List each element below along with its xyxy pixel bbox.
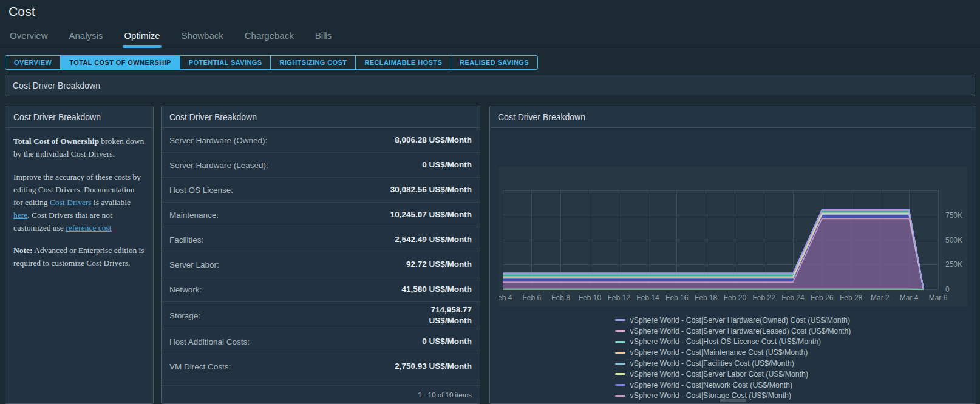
x-axis-tick-label: Feb 6 [522, 294, 541, 302]
cost-driver-label: Server Hardware (Owned): [169, 136, 267, 145]
cost-driver-label: Maintenance: [169, 210, 219, 220]
legend-item[interactable]: vSphere World - Cost|Additional Cost (US… [615, 401, 851, 404]
bold-text: Note: [13, 246, 32, 255]
x-axis-tick-label: Feb 14 [636, 294, 659, 302]
pagination-status: 1 - 10 of 10 items [162, 385, 480, 403]
paragraph-3: Note: Advanced or Enterprise edition is … [13, 244, 145, 270]
cost-driver-value: 30,082.56 US$/Month [390, 184, 472, 195]
table-row: Maintenance:10,245.07 US$/Month [162, 203, 480, 227]
paragraph-1: Total Cost of Ownership broken down by t… [13, 135, 145, 161]
table-row: Host Additional Costs:0 US$/Month [162, 329, 480, 354]
paragraph-2: Improve the accuracy of these costs by e… [13, 171, 145, 235]
section-header[interactable]: Cost Driver Breakdown [5, 75, 975, 96]
legend-swatch [615, 363, 625, 365]
stacked-area-chart: Feb 4Feb 6Feb 8Feb 10Feb 12Feb 14Feb 16F… [499, 167, 967, 306]
tab-overview[interactable]: Overview [9, 30, 49, 47]
cost-driver-value: 2,542.49 US$/Month [395, 234, 472, 245]
description-panel-title: Cost Driver Breakdown [5, 106, 153, 128]
cost-driver-label: Host OS License: [169, 186, 233, 195]
description-panel: Cost Driver Breakdown Total Cost of Owne… [5, 106, 154, 404]
chart-panel: Cost Driver Breakdown Feb 4Feb 6Feb 8Feb… [489, 106, 976, 404]
legend-item[interactable]: vSphere World - Cost|Server Hardware(Own… [615, 315, 851, 326]
reference-cost-link[interactable]: reference cost [66, 223, 111, 232]
plain-text: is available [92, 198, 131, 207]
cost-table-panel: Cost Driver Breakdown Server Hardware (O… [161, 106, 480, 404]
table-row: Server Hardware (Leased):0 US$/Month [162, 153, 480, 178]
x-axis-tick-label: Feb 26 [811, 294, 834, 302]
bold-text: Total Cost of Ownership [13, 136, 99, 146]
items-count-label: 1 - 10 of 10 items [418, 391, 472, 399]
cost-driver-label: Network: [169, 285, 202, 294]
cost-driver-label: Server Hardware (Leased): [169, 161, 268, 170]
cost-driver-value: 0 US$/Month [422, 160, 472, 170]
cost-driver-value: 92.72 US$/Month [406, 259, 472, 270]
x-axis-tick-label: Feb 16 [665, 294, 689, 302]
legend-label: vSphere World - Cost|Facilities Cost (US… [630, 359, 794, 368]
x-axis-tick-label: Feb 20 [724, 294, 747, 302]
x-axis-tick-label: Feb 28 [840, 294, 863, 302]
description-text: Total Cost of Ownership broken down by t… [5, 128, 153, 288]
subtab-total-cost[interactable]: TOTAL COST OF OWNERSHIP [60, 56, 179, 69]
y-axis-tick-label: 250K [945, 260, 962, 269]
here-link[interactable]: here [13, 210, 27, 220]
subtab-reclaimable-hosts[interactable]: RECLAIMABLE HOSTS [355, 56, 451, 69]
legend-item[interactable]: vSphere World - Cost|Network Cost (US$/M… [615, 380, 851, 391]
cost-driver-value: 10,245.07 US$/Month [390, 209, 472, 220]
table-row: Host OS License:30,082.56 US$/Month [162, 178, 480, 203]
legend-swatch [615, 341, 625, 343]
legend-swatch [615, 384, 625, 386]
legend-label: vSphere World - Cost|Storage Cost (US$/M… [630, 391, 791, 400]
cost-table-panel-title: Cost Driver Breakdown [162, 106, 480, 128]
x-axis-tick-label: Feb 8 [551, 294, 570, 302]
plain-text: Advanced or Enterprise edition is requir… [13, 246, 145, 268]
legend-item[interactable]: vSphere World - Cost|Host OS License Cos… [615, 337, 851, 348]
table-row: Server Hardware (Owned):8,006.28 US$/Mon… [162, 128, 480, 153]
legend-scrollbar-thumb[interactable] [720, 399, 746, 402]
legend-item[interactable]: vSphere World - Cost|Server Labor Cost (… [615, 369, 851, 380]
x-axis-tick-label: Feb 22 [753, 294, 776, 302]
x-axis-tick-label: Mar 6 [929, 294, 948, 302]
cost-driver-value: 2,750.93 US$/Month [395, 361, 472, 372]
legend-label: vSphere World - Cost|Server Hardware(Lea… [630, 327, 851, 335]
y-axis-tick-label: 0 [945, 285, 950, 294]
tab-analysis[interactable]: Analysis [68, 30, 104, 47]
legend-swatch [615, 319, 625, 321]
cost-drivers-link[interactable]: Cost Drivers [50, 198, 92, 207]
y-axis-tick-label: 500K [945, 236, 962, 244]
tab-bills[interactable]: Bills [314, 30, 333, 47]
cost-driver-label: Host Additional Costs: [169, 337, 250, 346]
legend-label: vSphere World - Cost|Server Labor Cost (… [630, 370, 808, 379]
tab-chargeback[interactable]: Chargeback [243, 30, 295, 47]
main-tab-bar: OverviewAnalysisOptimizeShowbackChargeba… [0, 27, 980, 47]
legend-item[interactable]: vSphere World - Cost|Facilities Cost (US… [615, 358, 851, 369]
cost-table: Server Hardware (Owned):8,006.28 US$/Mon… [162, 128, 480, 385]
x-axis-tick-label: Feb 12 [608, 294, 631, 302]
legend-item[interactable]: vSphere World - Cost|Server Hardware(Lea… [615, 326, 851, 337]
subtab-potential-savings[interactable]: POTENTIAL SAVINGS [180, 56, 271, 69]
legend-swatch [615, 395, 625, 397]
x-axis-tick-label: Feb 18 [695, 294, 718, 302]
cost-driver-value: 41,580 US$/Month [401, 284, 472, 295]
table-row: Network:41,580 US$/Month [162, 277, 480, 302]
chart-canvas: Feb 4Feb 6Feb 8Feb 10Feb 12Feb 14Feb 16F… [499, 167, 967, 306]
subtab-overview[interactable]: OVERVIEW [5, 56, 60, 69]
legend-label: vSphere World - Cost|Network Cost (US$/M… [630, 381, 792, 389]
section-header-title: Cost Driver Breakdown [13, 81, 100, 90]
x-axis-tick-label: Feb 4 [499, 294, 512, 302]
legend-swatch [615, 373, 625, 375]
legend-label: vSphere World - Cost|Maintenance Cost (U… [630, 348, 808, 357]
chart-panel-title: Cost Driver Breakdown [490, 106, 976, 128]
cost-driver-label: Storage: [169, 311, 200, 320]
x-axis-tick-label: Feb 24 [781, 294, 805, 302]
tab-optimize[interactable]: Optimize [123, 30, 161, 47]
page-title: Cost [9, 4, 35, 19]
chart-legend: vSphere World - Cost|Server Hardware(Own… [615, 315, 851, 404]
legend-label: vSphere World - Cost|Server Hardware(Own… [630, 316, 850, 325]
cost-driver-value: 714,958.77 US$/Month [429, 305, 472, 326]
x-axis-tick-label: Feb 10 [579, 294, 602, 302]
tab-showback[interactable]: Showback [180, 30, 225, 47]
subtab-rightsizing-cost[interactable]: RIGHTSIZING COST [270, 56, 355, 69]
legend-item[interactable]: vSphere World - Cost|Maintenance Cost (U… [615, 347, 851, 358]
table-row: VM Direct Costs:2,750.93 US$/Month [162, 354, 480, 379]
subtab-realised-savings[interactable]: REALISED SAVINGS [451, 56, 537, 69]
